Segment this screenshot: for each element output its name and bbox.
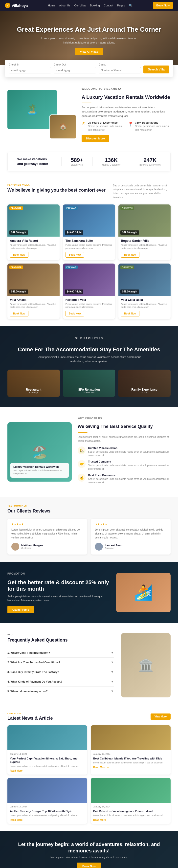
villa-price-1: $49.00 /night <box>9 230 28 235</box>
blog-excerpt-4: Lorem ipsum dolor sit amet consectetur a… <box>93 814 168 817</box>
villa-card-2: POPULAR $49.00 /night The Sanskara Suite… <box>63 205 115 260</box>
book-now-nav-button[interactable]: Book Now <box>153 2 173 9</box>
book-villa-2-button[interactable]: Book Now <box>65 252 84 258</box>
title-divider <box>82 102 91 103</box>
book-villa-6-button[interactable]: Book Now <box>121 311 140 316</box>
nav-links: Home About Us Our Villas Booking Contact… <box>48 4 133 7</box>
blog-tag: OUR BLOG <box>7 712 53 715</box>
checkin-field: Check In <box>9 63 51 73</box>
guest-field: Guest <box>99 63 141 73</box>
nav-contact[interactable]: Contact <box>104 4 113 7</box>
villa-name-5: Hartono's Villa <box>65 298 113 302</box>
featured-header: FEATURED VILLA We believe in giving you … <box>7 184 171 199</box>
blog-post-3: January 14, 2024 An Eco Tuscany Design, … <box>7 778 87 824</box>
villas-grid: FEATURED $49.00 /night Amoera Villa Reso… <box>7 205 171 319</box>
faq-item-1[interactable]: 1. Where Can I Find Information? ▼ <box>7 648 114 658</box>
guest-input[interactable] <box>99 67 141 73</box>
amenity-name-2: SPA Relaxation <box>63 388 115 391</box>
faq-item-5[interactable]: 5. When I do receive my order? ▼ <box>7 686 114 696</box>
cta-button[interactable]: Book Now <box>77 863 101 868</box>
blog-image-3 <box>7 778 87 803</box>
villa-info-1: Amoera Villa Resort Fusce varius velit u… <box>7 237 60 260</box>
search-button[interactable]: Search Villa <box>143 65 169 73</box>
why-feature-3-desc: Sed ut perspiciatis unde omnis iste natu… <box>88 477 171 484</box>
checkout-input[interactable] <box>54 67 96 73</box>
hero-description: Lorem ipsum dolor sit amet, consectetur … <box>39 36 139 44</box>
stats-divider-1 <box>61 157 62 166</box>
blog-date-4: January 14, 2024 <box>93 805 168 808</box>
villa-price-5: $49.00 /night <box>65 289 84 294</box>
amenities-grid: Restaurant & Lounge SPA Relaxation & Wel… <box>7 370 171 397</box>
nav-booking[interactable]: Booking <box>90 4 100 7</box>
amenity-sub-1: & Lounge <box>7 391 60 394</box>
experience-icon: ⏱ <box>82 121 86 127</box>
villa-image-5: POPULAR $49.00 /night <box>63 264 115 296</box>
book-villa-5-button[interactable]: Book Now <box>65 311 84 316</box>
villa-name-4: Villa Amalia <box>10 298 57 302</box>
nav-villas[interactable]: Our Villas <box>75 4 86 7</box>
site-logo[interactable]: V Villahoya <box>5 3 28 8</box>
blog-header: OUR BLOG Latest News & Article View More <box>7 712 171 721</box>
cta-title: Let the journey begin: a world of advent… <box>7 841 171 854</box>
read-more-4[interactable]: Read More → <box>93 818 168 821</box>
why-tag: WHY CHOOSE US <box>78 416 171 421</box>
stat-villas-label: Listed Villa <box>71 163 83 166</box>
blog-grid: January 14, 2024 Your Perfect Capri Vaca… <box>7 725 171 824</box>
faq-question-1: 1. Where Can I Find Information? <box>7 651 50 654</box>
why-image: 🏖️ Luxury Vacation Rentals Worldwide Sed… <box>7 422 72 482</box>
checkout-label: Check Out <box>54 63 96 66</box>
villa-card-3: ROMANTIC $49.00 /night Bogota Garden Vil… <box>118 205 171 260</box>
promo-title: Get the better rate & discount 25% only … <box>7 579 111 592</box>
why-feature-3-title: Best Price Guarantee <box>88 474 171 477</box>
avatar-2 <box>95 542 103 551</box>
author-role-1: Customer <box>21 547 43 549</box>
amenity-card-spa[interactable]: SPA Relaxation & Wellness <box>63 370 115 397</box>
welcome-section: 🏝️ 🏠 WELCOME TO VILLAHOYA A Luxury Vacat… <box>0 77 178 152</box>
book-villa-1-button[interactable]: Book Now <box>10 252 28 258</box>
blog-info-4: January 14, 2024 Bali Retreat — Vacation… <box>91 803 171 824</box>
faq-item-2[interactable]: 2. What Are Your Terms And Conditions? ▼ <box>7 658 114 667</box>
stats-divider-3 <box>130 157 130 166</box>
checkin-input[interactable] <box>9 67 51 73</box>
villa-info-2: The Sanskara Suite Fusce varius velit ut… <box>63 237 115 260</box>
testimonials-title: Our Clients Reviews <box>7 508 171 514</box>
blog-date-3: January 14, 2024 <box>10 805 85 808</box>
avatar-1 <box>11 542 19 551</box>
read-more-3[interactable]: Read More → <box>10 818 85 821</box>
blog-post-title-1: Your Perfect Capri Vacation Itinerary: E… <box>10 757 85 764</box>
nav-about[interactable]: About Us <box>59 4 70 7</box>
hero-cta-button[interactable]: View All Villas <box>75 48 103 55</box>
why-overlay-desc: Sed ut perspiciatis unde omnis iste natu… <box>13 469 66 475</box>
promo-button[interactable]: Claim Promo <box>7 606 34 613</box>
view-all-button[interactable]: View More <box>151 713 171 720</box>
nav-home[interactable]: Home <box>48 4 55 7</box>
book-villa-4-button[interactable]: Book Now <box>10 311 28 316</box>
amenity-card-family[interactable]: Family Experience & Fun <box>118 370 171 397</box>
villa-name-1: Amoera Villa Resort <box>10 239 57 243</box>
amenity-card-restaurant[interactable]: Restaurant & Lounge <box>7 370 60 397</box>
promo-content: PROMOTION Get the better rate & discount… <box>7 572 111 614</box>
price-icon: 💰 <box>78 474 86 482</box>
promo-description: Sed ut perspiciatis unde omnis iste natu… <box>7 595 111 602</box>
nav-pages[interactable]: Pages <box>117 4 125 7</box>
read-more-2[interactable]: Read More → <box>93 766 168 769</box>
stat-bookings-value: 247K <box>140 157 161 163</box>
blog-post-title-2: Best Caribbean Islands If You Are Travel… <box>93 757 168 760</box>
cta-section: Let the journey begin: a world of advent… <box>0 831 178 868</box>
testimonial-1: ★★★★★ Lorem ipsum dolor sit amet, consec… <box>7 519 87 555</box>
discover-button[interactable]: Discover More <box>82 135 109 142</box>
amenity-sub-2: & Wellness <box>63 391 115 394</box>
hero-section: Great Experiences Are Just Around The Co… <box>0 11 178 65</box>
welcome-images: 🏝️ 🏠 <box>7 90 77 139</box>
villa-desc-2: Fusce varius velit ut blandit posuere. P… <box>65 244 113 250</box>
stat-customers-value: 136K <box>102 157 120 163</box>
read-more-1[interactable]: Read More → <box>10 769 85 772</box>
faq-item-3[interactable]: 3. Can I Buy Directly From The Factory? … <box>7 667 114 677</box>
blog-date-2: January 14, 2024 <box>93 752 168 756</box>
welcome-features: ⏱ 20 Years of Experience Sed ut perspici… <box>82 121 171 131</box>
testimonial-text-1: Lorem ipsum dolor sit amet, consectetur … <box>11 528 83 540</box>
book-villa-3-button[interactable]: Book Now <box>121 252 140 258</box>
search-icon[interactable]: 🔍 <box>129 4 133 7</box>
blog-excerpt-2: Lorem ipsum dolor sit amet consectetur a… <box>93 761 168 765</box>
faq-item-4[interactable]: 4. What Kinds of Payment Do You Accept? … <box>7 677 114 686</box>
